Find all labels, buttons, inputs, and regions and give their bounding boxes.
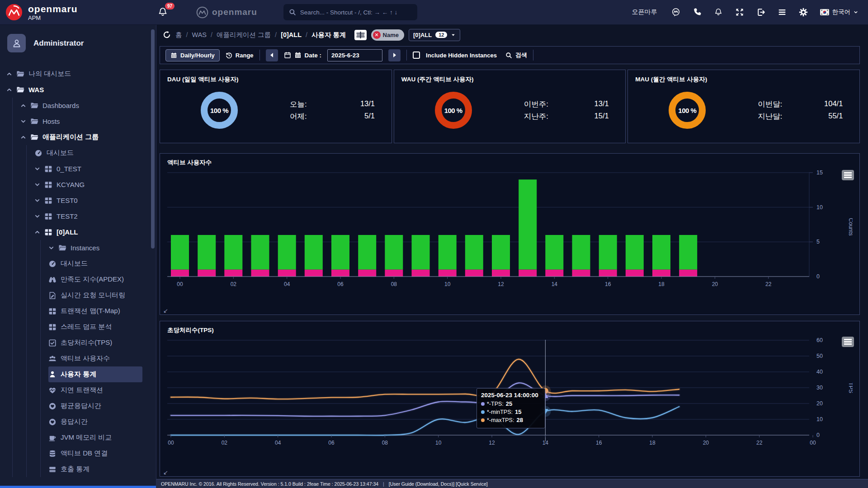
date-input[interactable]	[327, 49, 382, 61]
calendar-outline-icon[interactable]	[284, 52, 291, 59]
sidebar-item[interactable]: 나의 대시보드	[6, 66, 156, 82]
language-selector[interactable]: 한국어	[820, 8, 859, 16]
resize-handle-icon[interactable]: ↙	[163, 307, 168, 314]
username[interactable]: 오픈마루	[632, 8, 657, 16]
chevron-up-icon[interactable]	[34, 229, 40, 235]
svg-text:40: 40	[816, 369, 823, 375]
chevron-down-icon[interactable]	[48, 245, 54, 251]
settings-gear-icon[interactable]	[799, 8, 808, 17]
sidebar-item[interactable]: 지연 트랜잭션	[48, 382, 156, 398]
sidebar-item[interactable]: Instances	[48, 240, 156, 256]
svg-text:02: 02	[222, 440, 228, 446]
chevron-down-icon[interactable]	[34, 213, 40, 219]
card-title: MAU (월간 액티브 사용자)	[635, 75, 852, 84]
breadcrumb-item[interactable]: 애플리케이션 그룹	[217, 31, 271, 39]
sidebar-item[interactable]: 실시간 요청 모니터링	[48, 287, 156, 303]
sidebar-item[interactable]: 스레드 덤프 분석	[48, 319, 156, 335]
breadcrumb-item[interactable]: WAS	[192, 31, 207, 38]
menu-icon[interactable]	[778, 8, 787, 17]
name-filter-chip[interactable]: ✕ Name	[371, 29, 404, 41]
sidebar-item[interactable]: [0]ALL	[34, 224, 156, 240]
card-stats: 오늘:13/1어제:5/1	[290, 97, 375, 124]
global-search[interactable]	[283, 4, 417, 20]
sidebar-item[interactable]: 응답시간	[48, 414, 156, 430]
logout-icon[interactable]	[756, 8, 765, 17]
alerts-bell-icon[interactable]	[714, 8, 723, 17]
tps-chart-panel: 초당처리수(TPS) 00020406081012141618202200010…	[160, 321, 860, 477]
sidebar-item[interactable]: 초당처리수(TPS)	[48, 335, 156, 351]
sidebar-item[interactable]: 사용자 통계	[48, 366, 142, 382]
stat-label: 어제:	[290, 112, 331, 122]
chevron-up-icon[interactable]	[20, 134, 26, 140]
chevron-down-icon[interactable]	[34, 197, 40, 203]
chevron-down-icon[interactable]	[34, 182, 40, 188]
search-input[interactable]	[300, 9, 412, 16]
svg-text:10: 10	[816, 416, 823, 422]
sidebar-item[interactable]: 액티브 사용자수	[48, 351, 156, 366]
calendar-grid-icon[interactable]	[294, 52, 302, 59]
sidebar-item-label: 액티브 사용자수	[61, 354, 110, 363]
stat-label: 이번주:	[524, 99, 566, 109]
gauge-icon	[48, 260, 57, 268]
sidebar-item[interactable]: Hosts	[20, 113, 156, 129]
remove-filter-icon[interactable]: ✕	[373, 31, 381, 39]
sidebar-item[interactable]: TEST0	[34, 192, 156, 208]
include-hidden-label: Include Hidden Instances	[426, 52, 497, 59]
caret-down-icon	[451, 33, 456, 38]
previous-day-button[interactable]	[266, 49, 278, 61]
chevron-up-icon[interactable]	[20, 103, 26, 108]
sidebar-item-label: 응답시간	[61, 418, 88, 426]
sidebar-item[interactable]: 트랜잭션 맵(T-Map)	[48, 303, 156, 319]
chevron-down-icon[interactable]	[34, 166, 40, 172]
sidebar-item-label: KCYANG	[57, 181, 85, 188]
chart-menu-button[interactable]	[842, 170, 854, 180]
sidebar-item[interactable]: JVM 메모리 비교	[48, 430, 156, 446]
breadcrumb-item[interactable]: 사용자 통계	[311, 31, 346, 39]
sidebar-item[interactable]: KCYANG	[34, 177, 156, 192]
svg-text:0: 0	[816, 432, 820, 438]
breadcrumb-separator: /	[306, 31, 307, 38]
active-users-bar-chart[interactable]: 000204060810121416182022051015Counts	[167, 170, 852, 291]
grid-view-button[interactable]	[354, 30, 367, 40]
sidebar-item[interactable]: TEST2	[34, 208, 156, 224]
binoculars-icon	[48, 276, 57, 284]
sidebar-item[interactable]: Dashboards	[20, 98, 156, 113]
sidebar-item[interactable]: 액티브 DB 연결	[48, 446, 156, 461]
calendar-icon	[170, 52, 177, 59]
svg-text:12: 12	[498, 281, 504, 287]
sidebar-item[interactable]: 대시보드	[34, 145, 156, 161]
chart-menu-button[interactable]	[842, 337, 854, 347]
tps-line-chart[interactable]: 000204060810121416182022000102030405060T…	[167, 338, 852, 449]
sidebar-item[interactable]: 호출 통계	[48, 461, 156, 477]
sidebar-item-label: TEST2	[57, 212, 78, 220]
sidebar-item-label: 대시보드	[61, 259, 88, 268]
sidebar-item[interactable]: 대시보드	[48, 256, 156, 272]
next-day-button[interactable]	[388, 49, 401, 61]
chevron-up-icon[interactable]	[6, 71, 12, 77]
footer-copyright: OPENMARU Inc. © 2016. All Rights Reserve…	[161, 481, 378, 487]
footer-links[interactable]: [User Guide (Download, Docs)] [Quick Ser…	[389, 481, 488, 487]
breadcrumb-item[interactable]: 홈	[175, 31, 182, 39]
resize-handle-icon[interactable]: ↙	[163, 469, 168, 476]
daily-hourly-button[interactable]: Daily/Hourly	[165, 49, 220, 61]
chevron-up-icon[interactable]	[6, 87, 12, 93]
include-hidden-checkbox[interactable]	[413, 52, 420, 59]
phone-icon[interactable]	[693, 8, 702, 17]
refresh-icon[interactable]	[163, 31, 171, 39]
sidebar-item[interactable]: 0_TEST	[34, 161, 156, 177]
svg-text:5: 5	[816, 239, 820, 245]
search-button[interactable]: 검색	[505, 51, 527, 59]
sidebar-item[interactable]: WAS	[6, 82, 156, 98]
support-chat-icon[interactable]	[671, 8, 680, 17]
sidebar-item[interactable]: 평균응답시간	[48, 398, 156, 414]
sidebar-scrollbar[interactable]	[151, 29, 155, 249]
notifications-bell-icon[interactable]: 97	[157, 7, 168, 18]
group-select-dropdown[interactable]: [0]ALL 12	[409, 29, 460, 41]
chevron-down-icon[interactable]	[20, 118, 26, 124]
sidebar-item[interactable]: 만족도 지수(APDEX)	[48, 272, 156, 287]
sidebar-item[interactable]: 애플리케이션 그룹	[20, 129, 156, 145]
svg-text:04: 04	[284, 281, 290, 287]
fullscreen-icon[interactable]	[735, 8, 744, 17]
breadcrumb-item[interactable]: [0]ALL	[281, 31, 302, 38]
range-button[interactable]: Range	[226, 52, 254, 59]
